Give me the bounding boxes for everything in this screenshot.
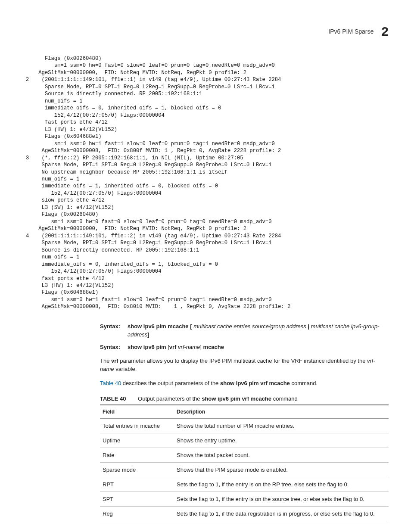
cell-desc: Shows the total packet count. (174, 448, 389, 462)
table-header-row: Field Description (100, 405, 389, 419)
cell-field: Rate (100, 448, 174, 462)
table-caption: TABLE 40 Output parameters of the show i… (100, 395, 389, 402)
syntax-cmd: show ipv6 pim (128, 344, 168, 350)
vrf-keyword: vrf (111, 358, 118, 364)
syntax-label: Syntax: (100, 343, 126, 352)
cli-output: Flags (0x00260480) sm=1 ssm=0 hw=0 fast=… (26, 55, 389, 311)
body-content: Syntax: show ipv6 pim mcache [ multicast… (100, 323, 389, 521)
syntax-arg: multicast cache entries source/group add… (193, 323, 306, 330)
table-row: Total entries in mcache Shows the total … (100, 418, 389, 433)
text: parameter allows you to display the IPv6… (118, 358, 367, 364)
col-desc: Description (174, 405, 389, 419)
cell-field: SPT (100, 492, 174, 506)
syntax-cmd: show ipv6 pim mcache [ (128, 323, 193, 330)
syntax-sep: | (306, 323, 311, 330)
syntax-cmd-post: mcache (203, 344, 224, 350)
syntax-label: Syntax: (100, 323, 126, 339)
cell-desc: Sets the flag to 1, if the entry is on t… (174, 477, 389, 492)
table-row: RPT Sets the flag to 1, if the entry is … (100, 477, 389, 492)
page: IPv6 PIM Sparse 2 Flags (0x00260480) sm=… (0, 0, 411, 532)
vrf-arg: vrf-name (178, 344, 200, 350)
cell-desc: Shows that the PIM sparse mode is enable… (174, 462, 389, 477)
text: describes the output parameters of the (121, 380, 220, 386)
table-row: Uptime Shows the entry uptime. (100, 433, 389, 448)
cell-field: Sparse mode (100, 462, 174, 477)
output-params-table: Field Description Total entries in mcach… (100, 404, 389, 521)
cell-desc: Sets the flag to 1, if the entry is on t… (174, 492, 389, 506)
caption-pre: Output parameters of the (138, 395, 202, 402)
vrf-paragraph: The vrf parameter allows you to display … (100, 357, 389, 373)
bracket: ] (200, 344, 203, 350)
text: command. (290, 380, 318, 386)
cell-desc: Sets the flag to 1, if the data registra… (174, 506, 389, 521)
text: variable. (114, 366, 137, 372)
table-row: SPT Sets the flag to 1, if the entry is … (100, 492, 389, 506)
vrf-keyword: vrf (169, 344, 178, 350)
cell-field: Total entries in mcache (100, 418, 174, 433)
cell-field: Uptime (100, 433, 174, 448)
table-ref-link[interactable]: Table 40 (100, 380, 121, 386)
table-row: Reg Sets the flag to 1, if the data regi… (100, 506, 389, 521)
text: The (100, 358, 111, 364)
syntax-line-1: Syntax: show ipv6 pim mcache [ multicast… (100, 323, 389, 339)
table-row: Sparse mode Shows that the PIM sparse mo… (100, 462, 389, 477)
syntax-body: show ipv6 pim mcache [ multicast cache e… (126, 323, 389, 339)
table-reference-sentence: Table 40 describes the output parameters… (100, 380, 389, 388)
syntax-body: show ipv6 pim [vrf vrf-name] mcache (126, 343, 389, 352)
cell-field: RPT (100, 477, 174, 492)
cell-desc: Shows the total number of PIM mcache ent… (174, 418, 389, 433)
syntax-line-2: Syntax: show ipv6 pim [vrf vrf-name] mca… (100, 343, 389, 352)
table-label: TABLE 40 (100, 395, 126, 402)
command-name: show ipv6 pim vrf mcache (220, 380, 290, 386)
col-field: Field (100, 405, 174, 419)
syntax-cmd-post: ] (147, 331, 149, 338)
cell-field: Reg (100, 506, 174, 521)
cell-desc: Shows the entry uptime. (174, 433, 389, 448)
table-row: Rate Shows the total packet count. (100, 448, 389, 462)
caption-post: command (271, 395, 298, 402)
running-header: IPv6 PIM Sparse 2 (26, 24, 389, 39)
section-title: IPv6 PIM Sparse (328, 28, 374, 35)
command-name: show ipv6 pim vrf mcache (202, 395, 271, 402)
chapter-number: 2 (381, 24, 389, 39)
